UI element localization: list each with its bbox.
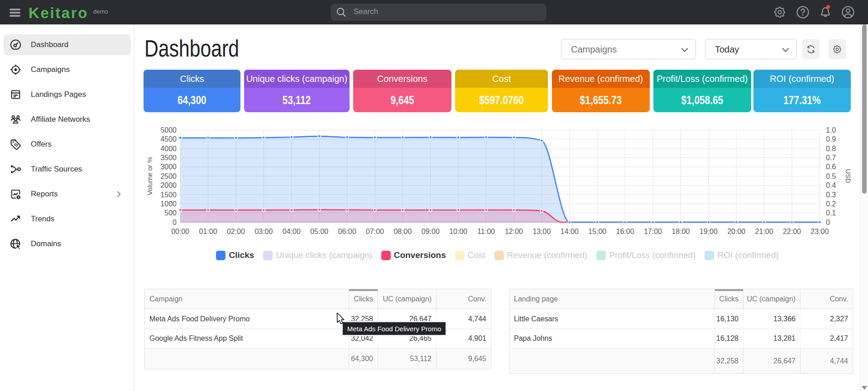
- svg-text:0.8: 0.8: [826, 145, 836, 153]
- svg-text:22:00: 22:00: [783, 228, 801, 235]
- svg-text:06:00: 06:00: [338, 228, 356, 235]
- svg-text:16:00: 16:00: [616, 228, 634, 235]
- svg-text:07:00: 07:00: [366, 228, 384, 235]
- svg-text:Volume or %: Volume or %: [146, 157, 153, 195]
- svg-text:03:00: 03:00: [254, 228, 273, 235]
- svg-text:09:00: 09:00: [422, 228, 440, 235]
- svg-text:1500: 1500: [160, 191, 177, 199]
- svg-text:4500: 4500: [160, 135, 177, 143]
- svg-text:0.1: 0.1: [826, 209, 836, 217]
- svg-text:18:00: 18:00: [671, 228, 690, 235]
- svg-text:0: 0: [173, 219, 177, 226]
- svg-text:12:00: 12:00: [505, 228, 523, 235]
- svg-text:USD: USD: [844, 169, 852, 183]
- svg-text:0.6: 0.6: [826, 163, 836, 171]
- svg-text:01:00: 01:00: [199, 228, 217, 235]
- svg-text:04:00: 04:00: [283, 228, 301, 235]
- svg-text:0.5: 0.5: [826, 172, 836, 180]
- svg-text:19:00: 19:00: [700, 228, 718, 235]
- svg-text:0: 0: [826, 219, 830, 226]
- svg-text:0.3: 0.3: [826, 191, 836, 199]
- svg-text:11:00: 11:00: [477, 228, 495, 235]
- svg-text:02:00: 02:00: [227, 228, 245, 235]
- svg-text:2500: 2500: [160, 172, 177, 180]
- svg-text:0.7: 0.7: [826, 154, 836, 162]
- svg-text:10:00: 10:00: [449, 228, 467, 235]
- svg-text:0.4: 0.4: [826, 181, 836, 189]
- svg-text:1000: 1000: [160, 200, 177, 208]
- svg-text:14:00: 14:00: [561, 228, 579, 235]
- svg-text:08:00: 08:00: [393, 228, 412, 235]
- svg-text:20:00: 20:00: [727, 228, 745, 235]
- svg-text:13:00: 13:00: [532, 228, 551, 235]
- svg-text:3500: 3500: [160, 154, 177, 162]
- svg-text:0.9: 0.9: [826, 135, 836, 143]
- svg-text:05:00: 05:00: [310, 228, 328, 235]
- svg-text:3000: 3000: [160, 163, 177, 171]
- svg-text:1.0: 1.0: [826, 126, 836, 134]
- svg-text:2000: 2000: [160, 181, 177, 189]
- svg-text:4000: 4000: [160, 145, 177, 153]
- svg-text:500: 500: [164, 209, 177, 217]
- svg-text:0.2: 0.2: [826, 200, 836, 208]
- svg-text:23:00: 23:00: [810, 228, 829, 235]
- svg-text:5000: 5000: [160, 126, 177, 134]
- svg-text:00:00: 00:00: [171, 228, 189, 235]
- svg-text:15:00: 15:00: [588, 228, 606, 235]
- svg-text:17:00: 17:00: [644, 228, 662, 235]
- svg-text:21:00: 21:00: [755, 228, 773, 235]
